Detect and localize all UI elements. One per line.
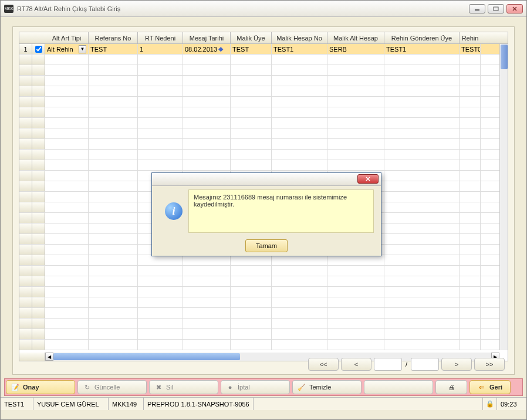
cell-text: 08.02.2013 [185, 46, 217, 53]
titlebar: MKK RT78 Alt/Art Rehin Çıkış Talebi Giri… [1, 1, 526, 17]
cell-malik-hesap-no[interactable]: TEST1 [272, 44, 327, 54]
grid-row-empty [19, 255, 508, 266]
iptal-button[interactable]: ● İptal [221, 380, 290, 394]
grid-row-empty [19, 86, 508, 97]
cell-malik-alt-hesap[interactable]: SERB [327, 44, 384, 54]
hscroll-thumb[interactable] [53, 353, 240, 360]
status-spacer [254, 398, 483, 410]
status-lock: 🔒 [483, 398, 497, 410]
main-window: MKK RT78 Alt/Art Rehin Çıkış Talebi Giri… [0, 0, 527, 420]
grid-row-empty [19, 139, 508, 150]
vertical-scroll-thumb[interactable] [501, 45, 508, 69]
col-malik-alt-hesap[interactable]: Malik Alt Hesap [327, 32, 384, 43]
sil-button[interactable]: ✖ Sil [149, 380, 218, 394]
pager-total-input[interactable] [411, 358, 439, 371]
info-dialog: i Mesajınız 231116689 mesaj numarası ile… [151, 172, 381, 256]
col-rehin-gonderen[interactable]: Rehin Gönderen Üye [384, 32, 460, 43]
col-rehin[interactable]: Rehin [460, 32, 481, 43]
cell-rehin[interactable]: TEST0 [460, 44, 481, 54]
col-malik-uye[interactable]: Malik Üye [231, 32, 272, 43]
grid-row-empty [19, 128, 508, 139]
grid-row-empty [19, 150, 508, 160]
col-rt-nedeni[interactable]: RT Nedeni [138, 32, 183, 43]
close-button[interactable] [506, 4, 523, 13]
button-label: Onay [23, 384, 39, 391]
statusbar: TEST1 YUSUF CEM GÜREL MKK149 PREPROD 1.8… [1, 397, 526, 410]
geri-button[interactable]: ⇐ Geri [469, 380, 511, 394]
cell-mesaj-tarihi[interactable]: 08.02.2013◆ [183, 44, 231, 54]
lock-icon: 🔒 [486, 400, 494, 408]
dialog-close-button[interactable] [357, 174, 379, 184]
status-user-code: TEST1 [1, 398, 33, 410]
pager-page-input[interactable] [374, 358, 402, 371]
pager-last-button[interactable]: >> [474, 358, 505, 371]
button-label: Güncelle [94, 384, 120, 391]
col-malik-hesap-no[interactable]: Malik Hesap No [272, 32, 327, 43]
grid-row-empty [19, 76, 508, 86]
col-mesaj-tarihi[interactable]: Mesaj Tarihi [183, 32, 231, 43]
row-checkbox[interactable] [35, 46, 42, 53]
hscroll-left-button[interactable]: ◀ [45, 353, 53, 361]
cell-rehin-gonderen[interactable]: TEST1 [384, 44, 460, 54]
pager-next-button[interactable]: > [441, 358, 472, 371]
onay-button[interactable]: 📝 Onay [6, 380, 75, 394]
dropdown-icon[interactable]: ▼ [79, 45, 86, 53]
dialog-body: i Mesajınız 231116689 mesaj numarası ile… [152, 186, 381, 236]
temizle-button[interactable]: 🧹 Temizle [292, 380, 362, 394]
status-user-name: YUSUF CEM GÜREL [33, 398, 109, 410]
cancel-icon: ● [226, 383, 234, 391]
grid-checkbox-header [32, 32, 45, 43]
button-label: Temizle [309, 384, 331, 391]
action-toolbar: 📝 Onay ↻ Güncelle ✖ Sil ● İptal 🧹 Temizl… [4, 378, 523, 396]
vertical-scrollbar[interactable] [499, 44, 508, 350]
pager-first-button[interactable]: << [308, 358, 339, 371]
print-button[interactable]: 🖨 [435, 380, 467, 394]
button-label: Geri [489, 384, 502, 391]
grid-corner [19, 32, 32, 43]
grid-row-empty [19, 308, 508, 319]
pager-prev-button[interactable]: < [341, 358, 371, 371]
guncelle-button[interactable]: ↻ Güncelle [77, 380, 147, 394]
grid-row-empty [19, 107, 508, 118]
dialog-icon-wrap: i [159, 189, 188, 233]
status-branch: MKK149 [109, 398, 144, 410]
grid-row[interactable]: 1 Alt Rehin▼ TEST 1 08.02.2013◆ TEST TES… [19, 44, 508, 55]
grid-row-empty [19, 287, 508, 297]
col-referans-no[interactable]: Referans No [89, 32, 138, 43]
app-icon: MKK [4, 5, 13, 13]
back-icon: ⇐ [478, 383, 486, 391]
cell-malik-uye[interactable]: TEST [231, 44, 272, 54]
grid-row-empty [19, 329, 508, 340]
grid-row-empty [19, 266, 508, 276]
pager-separator: / [404, 361, 408, 368]
grid-row-empty [19, 118, 508, 128]
col-alt-art-tipi[interactable]: Alt Art Tipi [45, 32, 89, 43]
grid-header: Alt Art Tipi Referans No RT Nedeni Mesaj… [19, 32, 508, 44]
pager: << < / > >> [308, 358, 505, 371]
dialog-titlebar [152, 173, 381, 186]
cell-alt-art-tipi[interactable]: Alt Rehin▼ [45, 44, 89, 54]
print-icon: 🖨 [447, 383, 455, 391]
button-label: Sil [166, 384, 173, 391]
window-title: RT78 Alt/Art Rehin Çıkış Talebi Giriş [17, 5, 469, 12]
cell-rt-nedeni[interactable]: 1 [138, 44, 183, 54]
svg-rect-1 [494, 7, 498, 11]
delete-icon: ✖ [154, 383, 163, 391]
row-checkbox-cell [32, 44, 45, 54]
hscroll-corner [19, 353, 45, 361]
status-version: PREPROD 1.8.1-SNAPSHOT-9056 [144, 398, 254, 410]
extra-button-1[interactable] [364, 380, 433, 394]
grid-row-empty [19, 340, 508, 350]
grid-row-empty [19, 276, 508, 287]
clear-icon: 🧹 [298, 383, 306, 391]
maximize-button[interactable] [488, 4, 504, 13]
minimize-button[interactable] [469, 4, 485, 13]
refresh-icon: ↻ [83, 383, 91, 391]
cell-referans-no[interactable]: TEST [89, 44, 138, 54]
approve-icon: 📝 [11, 383, 19, 391]
date-picker-icon[interactable]: ◆ [218, 45, 223, 53]
button-label: İptal [238, 384, 250, 391]
info-icon: i [165, 202, 183, 220]
dialog-ok-button[interactable]: Tamam [245, 239, 288, 252]
grid-row-empty [19, 160, 508, 171]
